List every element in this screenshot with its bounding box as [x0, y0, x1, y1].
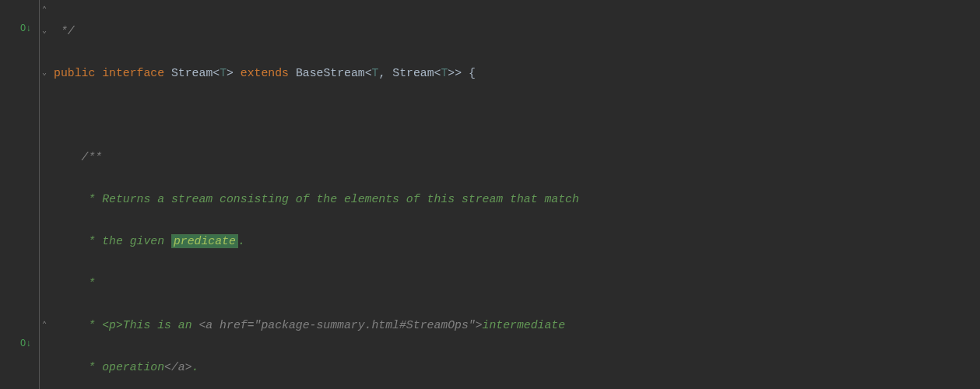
- fold-column: ⌃ ⌄ ⌄ ⌃: [40, 0, 54, 389]
- html-tag: <a href="package-summary.html#StreamOps"…: [198, 319, 482, 331]
- keyword-extends: extends: [241, 67, 289, 79]
- javadoc-start: /**: [54, 151, 102, 163]
- fold-toggle-icon[interactable]: ⌃: [42, 320, 47, 329]
- fold-toggle-icon[interactable]: ⌃: [42, 5, 47, 14]
- fold-toggle-icon[interactable]: ⌄: [42, 68, 47, 77]
- override-gutter-icon[interactable]: O↓: [20, 23, 31, 34]
- javadoc-line: * Returns a stream consisting of the ele…: [54, 193, 579, 205]
- keyword-public: public: [54, 67, 95, 79]
- open-brace: {: [469, 67, 476, 79]
- javadoc-line: * operation: [54, 361, 164, 373]
- javadoc-line: *: [54, 277, 95, 289]
- code-editor: O↓ O↓ ⌃ ⌄ ⌄ ⌃ */ public interface Stream…: [0, 0, 980, 389]
- override-gutter-icon[interactable]: O↓: [20, 338, 31, 349]
- keyword-interface: interface: [102, 67, 164, 79]
- generic-t: T: [220, 67, 227, 79]
- highlighted-predicate: predicate: [171, 234, 238, 248]
- code-area[interactable]: */ public interface Stream<T> extends Ba…: [54, 0, 980, 389]
- gutter: O↓ O↓: [0, 0, 40, 389]
- type-basestream: BaseStream: [296, 67, 365, 79]
- comment-end: */: [54, 25, 75, 37]
- javadoc-line: * the given: [54, 235, 171, 247]
- type-stream: Stream: [171, 67, 213, 79]
- fold-toggle-icon[interactable]: ⌄: [42, 26, 47, 35]
- javadoc-line: * <p>This is an: [54, 319, 198, 331]
